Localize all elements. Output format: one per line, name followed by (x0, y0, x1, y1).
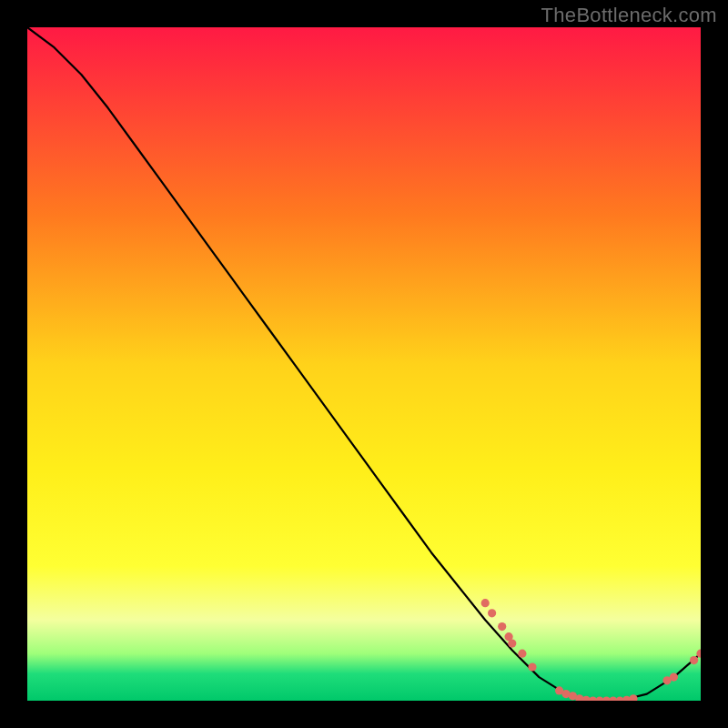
data-marker (508, 640, 516, 648)
data-marker (528, 662, 536, 671)
data-marker (670, 673, 678, 682)
chart-frame: TheBottleneck.com (0, 0, 728, 728)
data-marker (498, 622, 506, 631)
data-marker (518, 650, 526, 658)
plot-area (27, 27, 701, 701)
watermark-text: TheBottleneck.com (541, 4, 717, 27)
data-marker (690, 656, 698, 664)
data-marker (488, 609, 496, 617)
data-marker (481, 599, 490, 607)
chart-svg (27, 27, 701, 701)
gradient-background (27, 27, 701, 701)
